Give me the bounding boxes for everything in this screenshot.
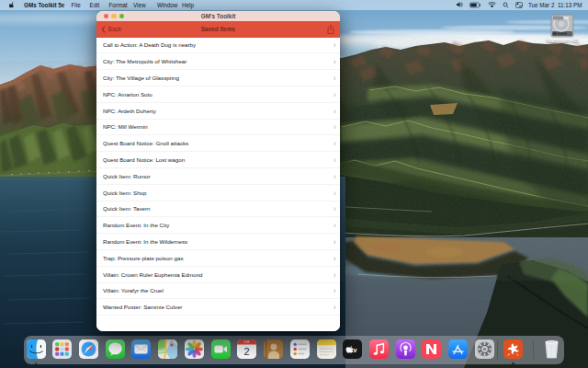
svg-text:TUE: TUE <box>244 340 250 344</box>
svg-text:2: 2 <box>244 346 250 357</box>
